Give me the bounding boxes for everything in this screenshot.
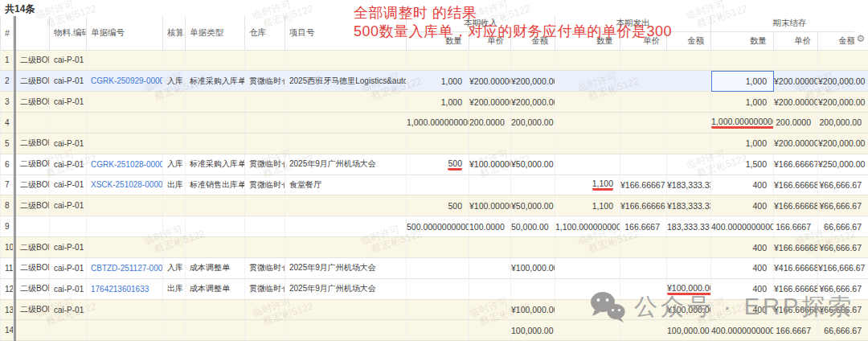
- cell-out_price[interactable]: [620, 237, 667, 258]
- cell-material[interactable]: cai-P-01: [50, 237, 87, 258]
- cell-group[interactable]: [16, 113, 50, 134]
- cell-project[interactable]: [285, 113, 407, 134]
- cell-bal_amt[interactable]: ¥66,666.67: [818, 175, 868, 195]
- cell-num[interactable]: 7: [1, 175, 14, 195]
- cell-num[interactable]: 11: [1, 257, 14, 278]
- cell-bal_amt[interactable]: ¥200,000.00: [818, 133, 868, 154]
- cell-warehouse[interactable]: 贯微临时仓: [245, 257, 285, 278]
- cell-in_price[interactable]: [469, 299, 511, 320]
- cell-bal_price[interactable]: ¥166.66668: [774, 195, 818, 216]
- cell-num[interactable]: 5: [1, 133, 14, 154]
- cell-in_qty[interactable]: [407, 133, 469, 154]
- cell-out_qty[interactable]: [555, 50, 620, 71]
- cell-group[interactable]: 二级BOM: [16, 257, 50, 278]
- cell-bal_price[interactable]: 166.6667: [774, 216, 818, 237]
- table-row[interactable]: 8二级BOMcai-P-01500¥100.00000¥50,000.001,1…: [1, 195, 868, 216]
- cell-out_amt[interactable]: ¥183,333.33: [667, 175, 711, 195]
- cell-in_qty[interactable]: [407, 320, 469, 341]
- cell-in_amt[interactable]: [511, 278, 555, 299]
- table-row[interactable]: 5二级BOMcai-P-011,000¥200.00000¥200,000.00: [1, 133, 868, 154]
- col-header-accounting[interactable]: 核算...: [163, 16, 186, 50]
- cell-in_qty[interactable]: 1,000: [407, 92, 469, 113]
- table-row[interactable]: 6二级BOMcai-P-01CGRK-251028-000001入库标准采购入库…: [1, 154, 868, 175]
- cell-bal_price[interactable]: ¥166.66668: [774, 175, 818, 195]
- cell-doctype[interactable]: 成本调整单: [186, 257, 245, 278]
- cell-project[interactable]: [285, 216, 407, 237]
- cell-bal_qty[interactable]: 400: [711, 257, 774, 278]
- cell-bal_price[interactable]: ¥166.66668: [774, 237, 818, 258]
- cell-warehouse[interactable]: 贯微临时仓: [245, 71, 285, 92]
- cell-docno[interactable]: XSCK-251028-000001: [87, 175, 163, 195]
- cell-out_qty[interactable]: [555, 133, 620, 154]
- cell-out_price[interactable]: [620, 257, 667, 278]
- col-header-material-code[interactable]: 物料.编码: [50, 16, 87, 50]
- cell-out_qty[interactable]: 1,100: [555, 175, 620, 195]
- cell-bal_amt[interactable]: [818, 50, 868, 71]
- table-row[interactable]: 2二级BOMcai-P-01CGRK-250929-000001入库标准采购入库…: [1, 71, 868, 92]
- cell-project[interactable]: 食堂餐厅: [285, 175, 407, 195]
- cell-warehouse[interactable]: [245, 320, 285, 341]
- cell-doctype[interactable]: [186, 92, 245, 113]
- cell-in_price[interactable]: ¥100.00000: [469, 195, 511, 216]
- col-header-row-number[interactable]: #: [1, 16, 14, 50]
- cell-docno[interactable]: [87, 92, 163, 113]
- col-header-group[interactable]: [16, 16, 50, 50]
- cell-in_amt[interactable]: [511, 175, 555, 195]
- cell-project[interactable]: [285, 195, 407, 216]
- cell-doctype[interactable]: 成本调整单: [186, 278, 245, 299]
- cell-in_amt[interactable]: ¥200,000.00: [511, 71, 555, 92]
- cell-io[interactable]: 入库: [163, 71, 186, 92]
- cell-io[interactable]: [163, 216, 186, 237]
- col-header-doc-number[interactable]: 单据编号: [87, 16, 163, 50]
- cell-in_price[interactable]: ¥200.00000: [469, 92, 511, 113]
- cell-docno[interactable]: [87, 133, 163, 154]
- cell-out_qty[interactable]: [555, 154, 620, 175]
- cell-out_price[interactable]: [620, 113, 667, 134]
- cell-project[interactable]: 2025年9月广州机场大会: [285, 257, 407, 278]
- cell-docno[interactable]: [87, 113, 163, 134]
- cell-project[interactable]: [285, 50, 407, 71]
- table-row[interactable]: 10二级BOMcai-P-01400¥166.66668¥66,666.67: [1, 237, 868, 258]
- cell-material[interactable]: cai-P-01: [50, 50, 87, 71]
- cell-bal_qty[interactable]: 1,000: [711, 133, 774, 154]
- cell-doctype[interactable]: 标准采购入库单: [186, 71, 245, 92]
- cell-out_price[interactable]: [620, 71, 667, 92]
- cell-in_price[interactable]: ¥200.00000: [469, 71, 511, 92]
- cell-in_amt[interactable]: ¥200,000.00: [511, 92, 555, 113]
- cell-material[interactable]: cai-P-01: [50, 71, 87, 92]
- cell-bal_amt[interactable]: ¥250,000.00: [818, 154, 868, 175]
- cell-out_amt[interactable]: [667, 237, 711, 258]
- cell-doctype[interactable]: 标准销售出库单: [186, 175, 245, 195]
- cell-in_price[interactable]: 200.0000: [469, 113, 511, 134]
- cell-in_qty[interactable]: 500: [407, 154, 469, 175]
- cell-bal_amt[interactable]: 200,000.00: [818, 113, 868, 134]
- cell-bal_qty[interactable]: [711, 50, 774, 71]
- cell-bal_price[interactable]: ¥200.00000: [774, 71, 818, 92]
- cell-in_amt[interactable]: ¥100,000.00: [511, 257, 555, 278]
- cell-in_price[interactable]: [469, 175, 511, 195]
- cell-bal_qty[interactable]: 400: [711, 237, 774, 258]
- cell-doctype[interactable]: [186, 133, 245, 154]
- cell-project[interactable]: [285, 237, 407, 258]
- cell-in_amt[interactable]: 50,000.00: [511, 216, 555, 237]
- cell-project[interactable]: [285, 133, 407, 154]
- cell-out_amt[interactable]: ¥183,333.33: [667, 195, 711, 216]
- cell-out_amt[interactable]: [667, 50, 711, 71]
- cell-in_amt[interactable]: ¥50,000.00: [511, 154, 555, 175]
- cell-doctype[interactable]: [186, 299, 245, 320]
- cell-out_qty[interactable]: 1,100: [555, 195, 620, 216]
- cell-warehouse[interactable]: [245, 299, 285, 320]
- cell-warehouse[interactable]: [245, 195, 285, 216]
- cell-in_amt[interactable]: [511, 133, 555, 154]
- col-header-doc-type[interactable]: 单据类型: [186, 16, 245, 50]
- cell-material[interactable]: cai-P-01: [50, 92, 87, 113]
- cell-in_amt[interactable]: [511, 237, 555, 258]
- cell-group[interactable]: 二级BOM: [16, 133, 50, 154]
- cell-group[interactable]: 二级BOM: [16, 154, 50, 175]
- col-header-warehouse[interactable]: 仓库: [245, 16, 285, 50]
- cell-num[interactable]: 13: [1, 299, 14, 320]
- cell-warehouse[interactable]: 贯微临时仓: [245, 175, 285, 195]
- cell-in_qty[interactable]: [407, 237, 469, 258]
- cell-out_qty[interactable]: [555, 92, 620, 113]
- cell-in_qty[interactable]: 1,000.0000000000: [407, 113, 469, 134]
